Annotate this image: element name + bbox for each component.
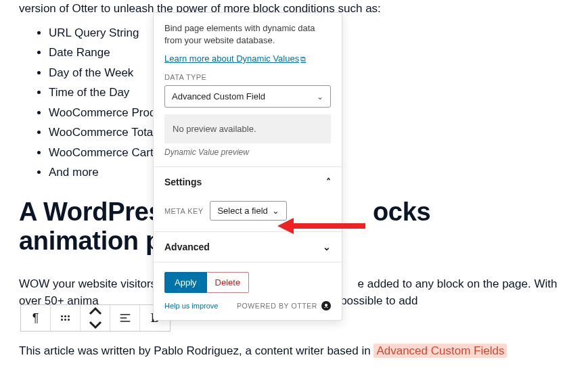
paragraph-block-button[interactable]: ¶ bbox=[21, 305, 51, 331]
text-fragment: This article was written by Pablo Rodrig… bbox=[19, 344, 374, 357]
dynamic-value-token[interactable]: Advanced Custom Fields bbox=[374, 344, 507, 358]
learn-more-link[interactable]: Learn more about Dynamic Values⧉ bbox=[164, 53, 306, 64]
author-paragraph[interactable]: This article was written by Pablo Rodrig… bbox=[19, 342, 569, 360]
chevron-up-icon: ˄ bbox=[326, 177, 331, 187]
meta-key-value: Select a field bbox=[217, 206, 267, 216]
chevron-down-icon: ⌄ bbox=[272, 206, 279, 216]
meta-key-label: META KEY bbox=[164, 207, 203, 215]
preview-caption: Dynamic Value preview bbox=[164, 147, 331, 157]
heading-fragment: A WordPres bbox=[19, 198, 162, 226]
heading-fragment: animation p bbox=[19, 227, 161, 255]
data-type-label: DATA TYPE bbox=[164, 73, 331, 81]
settings-section-toggle[interactable]: Settings ˄ bbox=[154, 166, 342, 197]
drag-icon bbox=[61, 315, 70, 321]
chevron-up-down-icon bbox=[89, 304, 102, 331]
align-left-icon bbox=[118, 311, 132, 325]
advanced-section-toggle[interactable]: Advanced ⌄ bbox=[154, 231, 342, 262]
settings-title: Settings bbox=[164, 177, 202, 187]
move-up-down-button[interactable] bbox=[81, 305, 110, 331]
meta-key-select[interactable]: Select a field ⌄ bbox=[210, 201, 286, 221]
powered-text: POWERED BY OTTER bbox=[237, 302, 317, 310]
pilcrow-icon: ¶ bbox=[32, 311, 39, 325]
advanced-title: Advanced bbox=[164, 242, 210, 252]
powered-by-label: POWERED BY OTTER ᴥ bbox=[237, 301, 331, 311]
heading-fragment: ocks bbox=[373, 198, 430, 226]
data-type-select[interactable]: Advanced Custom Field ⌄ bbox=[164, 85, 331, 108]
chevron-down-icon: ⌄ bbox=[317, 92, 323, 101]
settings-section-body: META KEY Select a field ⌄ bbox=[154, 197, 342, 231]
otter-logo-icon: ᴥ bbox=[321, 301, 331, 311]
data-type-value: Advanced Custom Field bbox=[172, 91, 265, 101]
chevron-down-icon: ⌄ bbox=[323, 242, 331, 252]
panel-description: Bind page elements with dynamic data fro… bbox=[164, 22, 331, 47]
learn-more-text: Learn more about Dynamic Values bbox=[164, 53, 299, 64]
apply-button[interactable]: Apply bbox=[164, 272, 207, 293]
preview-box: No preview available. bbox=[164, 114, 331, 143]
text-fragment: WOW your website visitors bbox=[19, 277, 156, 290]
action-button-row: Apply Delete bbox=[154, 262, 342, 298]
help-us-improve-link[interactable]: Help us improve bbox=[164, 302, 218, 310]
align-button[interactable] bbox=[110, 305, 140, 331]
external-link-icon: ⧉ bbox=[300, 55, 306, 63]
drag-handle[interactable] bbox=[51, 305, 81, 331]
dynamic-values-panel: Bind page elements with dynamic data fro… bbox=[153, 12, 342, 321]
delete-button[interactable]: Delete bbox=[207, 272, 250, 293]
block-toolbar: ¶ B bbox=[20, 304, 171, 331]
